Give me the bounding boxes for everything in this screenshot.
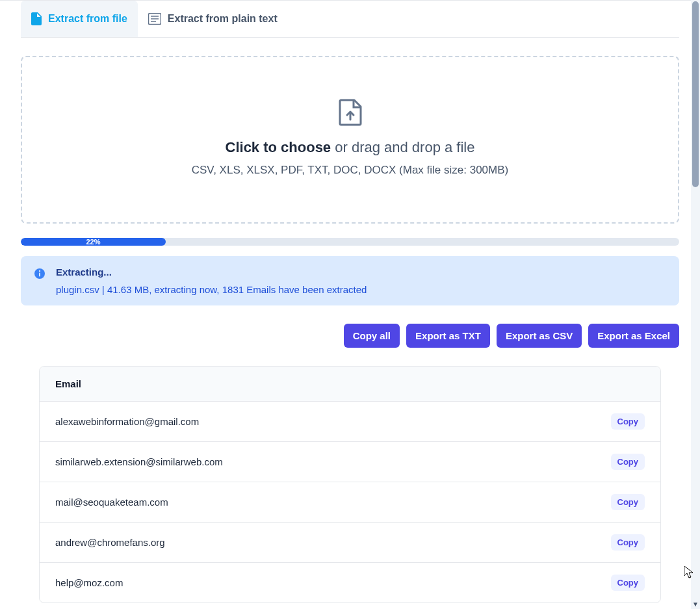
upload-file-icon: [339, 99, 362, 126]
info-icon: [34, 268, 45, 282]
status-detail: plugin.csv | 41.63 MB, extracting now, 1…: [56, 284, 367, 295]
table-row: alexawebinformation@gmail.comCopy: [40, 402, 660, 442]
tab-extract-from-file[interactable]: Extract from file: [21, 1, 138, 37]
export-excel-button[interactable]: Export as Excel: [588, 324, 679, 348]
progress-percent-label: 22%: [86, 238, 100, 246]
table-header-email: Email: [40, 367, 660, 402]
upload-title: Click to choose or drag and drop a file: [35, 139, 665, 156]
status-message: Extracting... plugin.csv | 41.63 MB, ext…: [21, 256, 679, 305]
status-title: Extracting...: [56, 266, 367, 278]
text-icon: [148, 13, 161, 25]
email-cell: similarweb.extension@similarweb.com: [55, 456, 223, 467]
copy-row-button[interactable]: Copy: [611, 534, 645, 551]
tab-label: Extract from plain text: [168, 13, 278, 25]
scroll-down-icon[interactable]: ▼: [692, 601, 699, 608]
copy-all-button[interactable]: Copy all: [344, 324, 400, 348]
action-bar: Copy all Export as TXT Export as CSV Exp…: [21, 324, 679, 348]
scrollbar-thumb[interactable]: [692, 1, 699, 187]
results-table: Email alexawebinformation@gmail.comCopys…: [39, 366, 661, 603]
table-row: andrew@chromefans.orgCopy: [40, 523, 660, 563]
email-cell: alexawebinformation@gmail.com: [55, 416, 199, 427]
svg-point-6: [39, 270, 40, 272]
copy-row-button[interactable]: Copy: [611, 575, 645, 591]
email-cell: help@moz.com: [55, 577, 123, 588]
email-cell: mail@seoquaketeam.com: [55, 497, 168, 508]
progress-bar-fill: 22%: [21, 238, 166, 246]
tab-label: Extract from file: [48, 13, 127, 25]
svg-rect-5: [39, 273, 40, 277]
copy-row-button[interactable]: Copy: [611, 413, 645, 430]
export-csv-button[interactable]: Export as CSV: [497, 324, 582, 348]
upload-subtitle: CSV, XLS, XLSX, PDF, TXT, DOC, DOCX (Max…: [35, 164, 665, 177]
progress-bar-track: 22%: [21, 238, 679, 246]
export-txt-button[interactable]: Export as TXT: [406, 324, 490, 348]
table-row: help@moz.comCopy: [40, 563, 660, 603]
table-row: mail@seoquaketeam.comCopy: [40, 482, 660, 523]
upload-title-bold: Click to choose: [226, 139, 331, 155]
tab-bar: Extract from file Extract from plain tex…: [21, 1, 679, 38]
file-icon: [31, 12, 42, 25]
tab-extract-from-text[interactable]: Extract from plain text: [138, 1, 288, 37]
email-cell: andrew@chromefans.org: [55, 537, 165, 548]
copy-row-button[interactable]: Copy: [611, 454, 645, 470]
scrollbar-track[interactable]: ▼: [691, 0, 700, 609]
table-row: similarweb.extension@similarweb.comCopy: [40, 442, 660, 482]
copy-row-button[interactable]: Copy: [611, 494, 645, 510]
upload-dropzone[interactable]: Click to choose or drag and drop a file …: [21, 56, 679, 224]
upload-title-rest: or drag and drop a file: [331, 139, 474, 155]
